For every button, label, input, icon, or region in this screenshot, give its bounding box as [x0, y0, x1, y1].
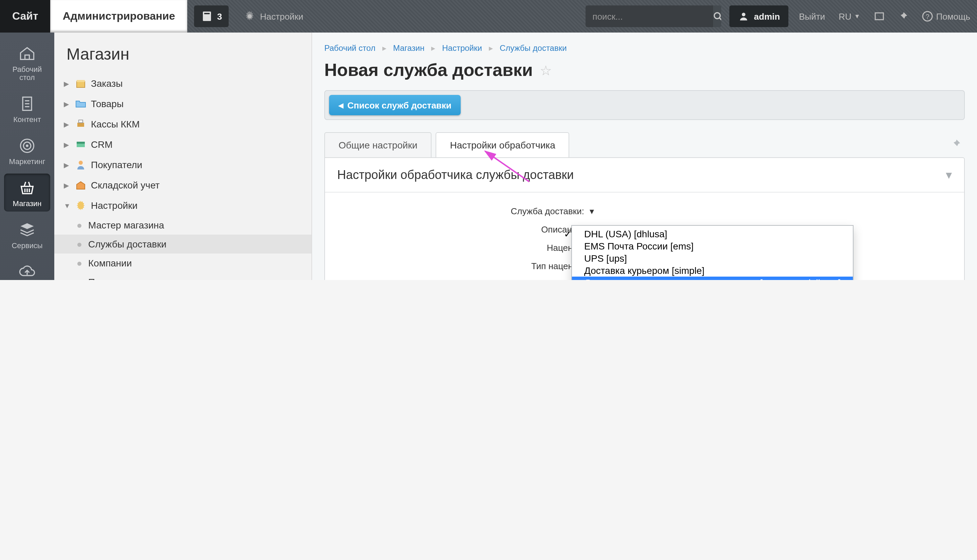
- dropdown-option[interactable]: ✓DHL (USA) [dhlusa]: [572, 228, 853, 240]
- tree-item[interactable]: ▶Товары: [54, 93, 311, 114]
- svg-point-3: [715, 13, 721, 19]
- tree-title: Магазин: [54, 45, 311, 73]
- help-icon: ?: [921, 10, 934, 22]
- expand-arrow-icon: ▶: [64, 182, 70, 189]
- tree-item-label: CRM: [91, 139, 113, 150]
- cloud-icon: [18, 263, 37, 280]
- rail-desktop[interactable]: Рабочий стол: [4, 39, 50, 85]
- tree-item[interactable]: Платежные системы: [54, 273, 311, 280]
- tree-item-label: Компании: [88, 258, 132, 268]
- tree-item[interactable]: ▶CRM: [54, 134, 311, 155]
- tree-item[interactable]: ▶Покупатели: [54, 155, 311, 175]
- tab-handler[interactable]: Настройки обработчика: [436, 132, 569, 157]
- tree-item-label: Службы доставки: [88, 238, 167, 250]
- svg-rect-23: [77, 123, 84, 127]
- tree-item[interactable]: ▶Кассы ККМ: [54, 114, 311, 134]
- breadcrumb-item[interactable]: Магазин: [393, 43, 425, 53]
- dropdown-option[interactable]: Доставка курьером [simple]: [572, 264, 853, 277]
- panel-title: Настройки обработчика службы доставки: [337, 168, 574, 182]
- svg-rect-24: [79, 120, 83, 123]
- topbar-pin-icon[interactable]: [892, 0, 915, 33]
- dropdown-option[interactable]: EMS Почта России [ems]: [572, 240, 853, 252]
- svg-point-5: [742, 13, 746, 17]
- gear-icon: [75, 199, 87, 212]
- crm-icon: [75, 138, 87, 150]
- tree-item-label: Товары: [91, 98, 124, 109]
- service-select-indicator[interactable]: ▾: [590, 206, 595, 216]
- svg-rect-22: [77, 80, 85, 82]
- user-button[interactable]: admin: [730, 5, 788, 27]
- breadcrumb-item[interactable]: Службы доставки: [500, 43, 567, 53]
- tree-item[interactable]: Службы доставки: [54, 235, 311, 253]
- rail-content[interactable]: Контент: [4, 90, 50, 127]
- tree-item-label: Платежные системы: [88, 277, 179, 280]
- breadcrumb: Рабочий стол▸Магазин▸Настройки▸Службы до…: [324, 43, 965, 53]
- logout-link[interactable]: Выйти: [792, 0, 832, 33]
- tree-item[interactable]: ▶Складской учет: [54, 175, 311, 195]
- expand-arrow-icon: [77, 259, 84, 267]
- basket-icon: [18, 179, 37, 197]
- home-icon: [18, 45, 37, 62]
- notifications-button[interactable]: 3: [194, 5, 229, 27]
- site-tab[interactable]: Сайт: [0, 0, 50, 33]
- topbar: Сайт Администрирование 3 Настройки: [0, 0, 977, 33]
- collapse-chevron-icon[interactable]: ▾: [946, 167, 952, 182]
- left-rail: Рабочий стол Контент Маркетинг Магазин С…: [0, 33, 54, 280]
- expand-arrow-icon: [77, 278, 84, 280]
- document-icon: [18, 95, 37, 113]
- page-title: Новая служба доставки: [324, 60, 533, 81]
- dropdown-option[interactable]: UPS [ups]: [572, 252, 853, 264]
- expand-arrow-icon: [77, 222, 84, 229]
- admin-tab[interactable]: Администрирование: [50, 0, 187, 33]
- rail-services[interactable]: Сервисы: [4, 216, 50, 253]
- search-button[interactable]: [713, 5, 721, 27]
- help-link[interactable]: ? Помощь: [915, 0, 977, 33]
- tree-item[interactable]: ▶Заказы: [54, 73, 311, 93]
- markup-type-label: Тип наценки:: [337, 261, 588, 271]
- breadcrumb-item[interactable]: Рабочий стол: [324, 43, 376, 53]
- tree-item-label: Мастер магазина: [88, 220, 164, 230]
- description-label: Описание:: [337, 224, 588, 235]
- svg-rect-1: [204, 13, 210, 14]
- svg-point-16: [27, 145, 28, 147]
- svg-rect-26: [77, 142, 85, 144]
- selected-check-icon: ✓: [564, 228, 572, 239]
- tree-item[interactable]: Компании: [54, 253, 311, 273]
- service-dropdown[interactable]: ✓DHL (USA) [dhlusa]EMS Почта России [ems…: [571, 225, 853, 280]
- svg-rect-21: [77, 82, 85, 87]
- svg-rect-9: [25, 55, 30, 59]
- gear-icon: [244, 10, 256, 22]
- main-content: Рабочий стол▸Магазин▸Настройки▸Службы до…: [312, 33, 977, 280]
- expand-arrow-icon: ▶: [64, 80, 70, 87]
- expand-arrow-icon: ▼: [64, 202, 70, 209]
- breadcrumb-item[interactable]: Настройки: [442, 43, 482, 53]
- expand-arrow-icon: ▶: [64, 100, 70, 107]
- back-to-list-button[interactable]: Список служб доставки: [329, 95, 461, 115]
- rail-shop[interactable]: Магазин: [4, 173, 50, 212]
- printer-icon: [75, 118, 87, 130]
- target-icon: [18, 137, 37, 155]
- folder-icon: [75, 98, 87, 110]
- pin-icon[interactable]: [947, 138, 965, 151]
- nav-tree: Магазин ▶Заказы▶Товары▶Кассы ККМ▶CRM▶Пок…: [54, 33, 312, 280]
- expand-arrow-icon: ▶: [64, 161, 70, 168]
- rail-marketing[interactable]: Маркетинг: [4, 132, 50, 170]
- tree-item-label: Заказы: [91, 78, 123, 89]
- search-input[interactable]: [586, 5, 713, 27]
- rail-marketplace[interactable]: Marketplace: [4, 258, 50, 280]
- topbar-settings-link[interactable]: Настройки: [236, 0, 312, 33]
- expand-arrow-icon: [77, 240, 84, 248]
- tree-item-label: Покупатели: [91, 159, 142, 170]
- favorite-star-icon[interactable]: ☆: [540, 62, 552, 78]
- expand-arrow-icon: ▶: [64, 141, 70, 148]
- dropdown-option[interactable]: Доставка рассчитывается менеджером [mana…: [572, 277, 853, 280]
- language-switcher[interactable]: RU ▼: [832, 0, 867, 33]
- svg-line-4: [720, 18, 721, 20]
- tab-general[interactable]: Общие настройки: [324, 132, 431, 157]
- user-icon: [738, 10, 750, 22]
- topbar-panel-icon[interactable]: [867, 0, 892, 33]
- svg-rect-6: [875, 13, 883, 20]
- tree-item[interactable]: Мастер магазина: [54, 216, 311, 235]
- context-toolbar: Список служб доставки: [324, 90, 965, 120]
- tree-item[interactable]: ▼Настройки: [54, 195, 311, 216]
